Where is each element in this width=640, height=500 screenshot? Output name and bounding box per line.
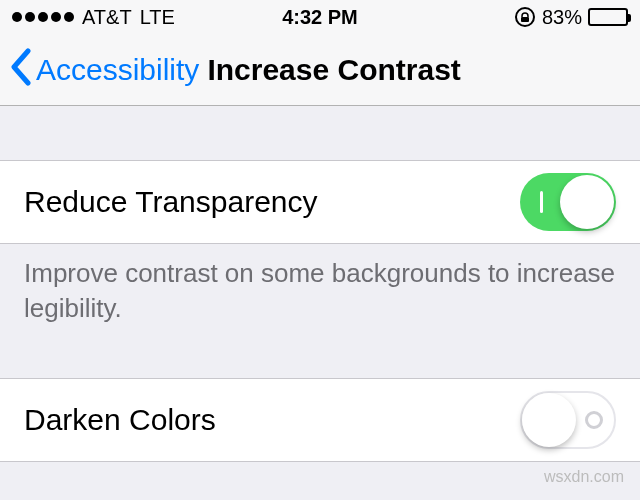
section-footer: Improve contrast on some backgrounds to … <box>0 244 640 346</box>
nav-bar: Accessibility Increase Contrast <box>0 34 640 106</box>
signal-strength-icon <box>12 12 74 22</box>
darken-colors-row: Darken Colors <box>0 378 640 462</box>
orientation-lock-icon <box>514 6 536 28</box>
battery-icon <box>588 8 628 26</box>
page-title: Increase Contrast <box>207 53 460 87</box>
status-bar: AT&T LTE 4:32 PM 83% <box>0 0 640 34</box>
carrier-label: AT&T <box>82 6 132 29</box>
darken-colors-label: Darken Colors <box>24 403 216 437</box>
back-button[interactable]: Accessibility <box>10 48 199 92</box>
battery-pct-label: 83% <box>542 6 582 29</box>
watermark: wsxdn.com <box>544 468 624 486</box>
network-type-label: LTE <box>140 6 175 29</box>
chevron-left-icon <box>10 48 32 92</box>
clock-label: 4:32 PM <box>217 6 422 29</box>
svg-rect-1 <box>521 17 529 22</box>
reduce-transparency-toggle[interactable] <box>520 173 616 231</box>
back-label: Accessibility <box>36 53 199 87</box>
darken-colors-toggle[interactable] <box>520 391 616 449</box>
reduce-transparency-row: Reduce Transparency <box>0 160 640 244</box>
reduce-transparency-label: Reduce Transparency <box>24 185 318 219</box>
